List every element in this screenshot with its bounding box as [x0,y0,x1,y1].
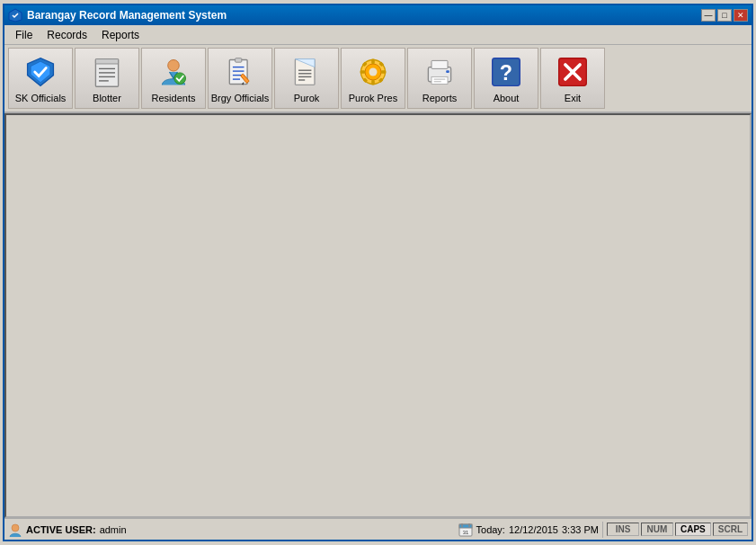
menu-reports[interactable]: Reports [94,27,147,43]
username-value: admin [100,524,127,535]
exit-button[interactable]: Exit [540,48,605,109]
brgy-officials-button[interactable]: Brgy Officials [208,48,272,109]
brgy-officials-label: Brgy Officials [211,93,270,103]
menu-bar: File Records Reports [4,25,752,45]
status-indicators: INS NUM CAPS SCRL [607,523,748,536]
residents-label: Residents [152,93,196,103]
shield-icon [24,56,57,88]
reports-button[interactable]: Reports [407,48,472,109]
close-button[interactable]: ✕ [734,9,748,22]
residents-icon [157,56,190,88]
about-button[interactable]: ? About [474,48,538,109]
svg-rect-4 [95,58,118,63]
inner-workspace [6,115,750,516]
svg-rect-39 [446,70,449,73]
window-title: Barangay Record Management System [27,9,227,22]
svg-text:31: 31 [462,530,468,535]
svg-rect-30 [381,70,386,74]
status-bar: ACTIVE USER: admin 31 Today: 12/12/2015 … [4,518,752,540]
maximize-button[interactable]: □ [717,9,732,22]
main-content-area [4,113,752,518]
exit-icon [556,56,589,88]
ins-indicator: INS [607,523,639,536]
app-title-icon [8,8,22,22]
purok-pres-icon [357,56,389,88]
residents-button[interactable]: Residents [141,48,206,109]
purok-label: Purok [294,93,320,103]
scrl-indicator: SCRL [713,523,748,536]
sk-officials-button[interactable]: SK Officials [8,48,73,109]
menu-file[interactable]: File [8,27,40,43]
svg-rect-38 [431,76,448,84]
minimize-button[interactable]: — [701,9,716,22]
today-label: Today: [476,524,505,535]
user-avatar-icon [8,523,22,537]
about-label: About [494,93,520,103]
svg-point-35 [369,67,378,76]
num-indicator: NUM [641,523,673,536]
title-bar: Barangay Record Management System — □ ✕ [4,5,752,25]
blotter-icon [91,56,123,88]
purok-pres-label: Purok Pres [349,93,397,103]
about-icon: ? [490,56,522,88]
active-user-label: ACTIVE USER: [26,524,96,535]
purok-button[interactable]: Purok [274,48,339,109]
svg-rect-29 [360,70,365,74]
caps-indicator: CAPS [675,523,711,536]
main-window: Barangay Record Management System — □ ✕ … [3,4,753,541]
sk-officials-label: SK Officials [15,93,67,103]
svg-rect-37 [431,60,448,68]
svg-rect-28 [371,80,375,85]
toolbar: SK Officials Blotter [4,45,752,113]
purok-icon [290,56,323,88]
svg-point-47 [12,524,19,532]
svg-text:?: ? [500,61,512,85]
svg-point-9 [168,59,180,71]
blotter-label: Blotter [93,93,121,103]
svg-rect-12 [236,58,242,62]
reports-icon [423,56,456,88]
date-value: 12/12/2015 [509,524,558,535]
svg-rect-49 [459,524,472,528]
title-buttons: — □ ✕ [701,9,748,22]
reports-label: Reports [422,93,458,103]
time-value: 3:33 PM [562,524,599,535]
exit-label: Exit [565,93,581,103]
svg-rect-27 [371,58,375,63]
blotter-button[interactable]: Blotter [75,48,139,109]
status-divider [602,522,603,538]
calendar-icon: 31 [458,523,473,537]
purok-pres-button[interactable]: Purok Pres [341,48,405,109]
menu-records[interactable]: Records [40,27,94,43]
brgy-officials-icon [224,56,256,88]
